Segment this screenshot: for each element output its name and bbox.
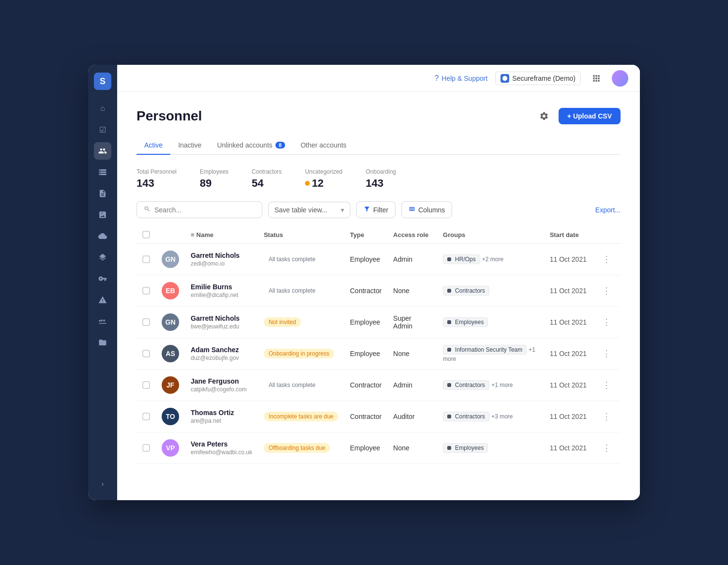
sidebar-item-alert[interactable] <box>94 291 111 309</box>
filter-icon <box>364 206 370 214</box>
stat-employees-value: 89 <box>200 177 228 190</box>
row-checkbox-cell <box>136 401 156 432</box>
row-access-role-cell: None <box>387 432 437 464</box>
columns-label: Columns <box>418 206 445 214</box>
upload-csv-button[interactable]: + Upload CSV <box>559 108 621 124</box>
row-more-menu-button[interactable]: ⋮ <box>598 378 615 392</box>
sidebar-logo[interactable]: S <box>94 73 111 90</box>
row-avatar-cell: GN <box>156 244 185 275</box>
filter-button[interactable]: Filter <box>356 201 395 218</box>
sidebar-item-network[interactable] <box>94 312 111 330</box>
row-name-cell: Adam Sanchez duz@ezobujfe.gov <box>185 338 258 370</box>
person-email: are@pa.net <box>191 417 252 424</box>
stat-employees-label: Employees <box>200 168 228 175</box>
search-icon <box>144 206 151 214</box>
name-icon: ≡ <box>191 231 195 238</box>
row-checkbox[interactable] <box>142 381 150 389</box>
status-badge: Incomplete tasks are due <box>264 412 338 421</box>
row-avatar-cell: TO <box>156 401 185 432</box>
warning-dot <box>305 181 310 186</box>
sidebar-expand-button[interactable]: › <box>94 475 111 492</box>
person-avatar: VP <box>162 439 179 457</box>
row-more-menu-button[interactable]: ⋮ <box>598 252 615 267</box>
chevron-down-icon: ▾ <box>341 206 344 214</box>
row-checkbox[interactable] <box>142 318 150 326</box>
row-actions-cell: ⋮ <box>592 307 621 338</box>
group-tag: Employees <box>443 443 488 453</box>
avatar-column-header <box>156 226 185 244</box>
row-more-menu-button[interactable]: ⋮ <box>598 315 615 329</box>
row-avatar-cell: EB <box>156 275 185 307</box>
row-start-date-cell: 11 Oct 2021 <box>544 244 592 275</box>
search-box[interactable] <box>136 201 262 218</box>
group-tag: Employees <box>443 317 488 327</box>
row-actions-cell: ⋮ <box>592 370 621 401</box>
row-more-menu-button[interactable]: ⋮ <box>598 409 615 424</box>
row-checkbox-cell <box>136 244 156 275</box>
export-button[interactable]: Export... <box>595 206 621 214</box>
tab-inactive[interactable]: Inactive <box>170 136 209 155</box>
tab-unlinked[interactable]: Unlinked accounts 8 <box>209 136 293 155</box>
sidebar-item-docs[interactable] <box>94 185 111 202</box>
sidebar-item-gallery[interactable] <box>94 206 111 223</box>
sidebar-item-file[interactable] <box>94 334 111 351</box>
person-avatar: GN <box>162 313 179 331</box>
row-checkbox[interactable] <box>142 350 150 357</box>
sidebar-item-personnel[interactable] <box>94 142 111 160</box>
page-header: Personnel + Upload CSV <box>136 107 621 125</box>
person-avatar: AS <box>162 345 179 362</box>
row-status-cell: Onboarding in progress <box>258 338 344 370</box>
tab-other[interactable]: Other accounts <box>293 136 354 155</box>
row-checkbox-cell <box>136 338 156 370</box>
row-access-role-cell: Super Admin <box>387 307 437 338</box>
sidebar-item-storage[interactable] <box>94 164 111 181</box>
row-actions-cell: ⋮ <box>592 338 621 370</box>
person-avatar: GN <box>162 251 179 268</box>
row-start-date-cell: 11 Oct 2021 <box>544 275 592 307</box>
stat-uncategorized-label: Uncategorized <box>305 168 342 175</box>
group-more: +3 more <box>491 413 513 420</box>
stat-total-label: Total Personnel <box>136 168 177 175</box>
status-column-header: Status <box>258 226 344 244</box>
row-checkbox[interactable] <box>142 444 150 452</box>
table-view-selector[interactable]: Save table view... ▾ <box>268 202 350 218</box>
sidebar-item-keys[interactable] <box>94 270 111 287</box>
help-support-link[interactable]: ? Help & Support <box>434 74 487 83</box>
group-tag: HR/Ops <box>443 254 480 264</box>
sidebar-item-home[interactable]: ⌂ <box>94 100 111 117</box>
status-badge: Onboarding in progress <box>264 349 334 358</box>
sidebar: S ⌂ ☑ <box>88 65 117 500</box>
person-name: Jane Ferguson <box>191 377 252 385</box>
user-avatar[interactable] <box>612 70 628 87</box>
columns-button[interactable]: Columns <box>401 201 452 218</box>
settings-button[interactable] <box>535 107 553 125</box>
row-more-menu-button[interactable]: ⋮ <box>598 441 615 455</box>
help-icon: ? <box>434 74 439 83</box>
page-title: Personnel <box>136 108 202 124</box>
row-checkbox[interactable] <box>142 255 150 263</box>
tab-active[interactable]: Active <box>136 136 170 155</box>
type-column-header: Type <box>344 226 387 244</box>
status-badge: All tasks complete <box>264 254 320 264</box>
apps-button[interactable] <box>589 71 604 86</box>
row-name-cell: Garrett Nichols zedi@omo.io <box>185 244 258 275</box>
row-start-date-cell: 11 Oct 2021 <box>544 401 592 432</box>
row-avatar-cell: GN <box>156 307 185 338</box>
columns-icon <box>409 206 415 214</box>
person-avatar: EB <box>162 282 179 299</box>
person-email: duz@ezobujfe.gov <box>191 355 252 361</box>
sidebar-item-tasks[interactable]: ☑ <box>94 121 111 138</box>
row-checkbox[interactable] <box>142 413 150 420</box>
search-input[interactable] <box>154 206 255 214</box>
row-more-menu-button[interactable]: ⋮ <box>598 283 615 298</box>
row-more-menu-button[interactable]: ⋮ <box>598 346 615 361</box>
row-checkbox[interactable] <box>142 287 150 295</box>
sidebar-item-layers[interactable] <box>94 249 111 266</box>
select-all-checkbox[interactable] <box>142 231 150 238</box>
person-name: Vera Peters <box>191 440 252 448</box>
row-type-cell: Employee <box>344 244 387 275</box>
group-tag: Contractors <box>443 380 489 390</box>
sidebar-item-cloud[interactable] <box>94 227 111 245</box>
org-selector[interactable]: Secureframe (Demo) <box>495 72 581 85</box>
stats-row: Total Personnel 143 Employees 89 Contrac… <box>136 168 621 190</box>
